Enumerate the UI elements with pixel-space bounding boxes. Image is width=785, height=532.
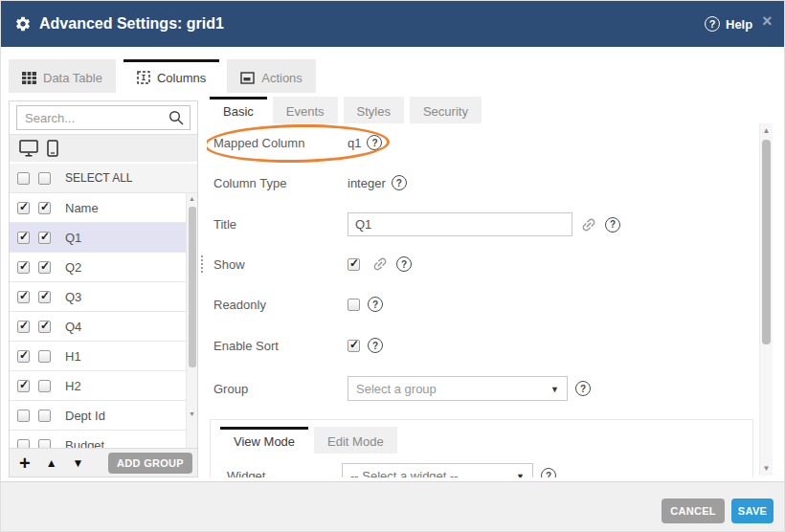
desktop-checkbox[interactable] [17,261,30,274]
tab-events[interactable]: Events [273,97,338,123]
group-select-value: Select a group [356,382,437,396]
mobile-icon[interactable] [47,140,58,157]
list-item-h2[interactable]: H2 [10,371,197,401]
question-icon[interactable]: ? [367,135,382,150]
tab-security[interactable]: Security [410,97,482,123]
scroll-up-icon[interactable]: ▲ [187,195,197,202]
field-label: Enable Sort [213,339,348,353]
question-icon[interactable]: ? [541,468,556,477]
desktop-checkbox[interactable] [17,410,30,422]
scroll-up-icon[interactable]: ▲ [760,126,773,135]
widget-select[interactable]: -- Select a widget -- ▼ [342,463,533,477]
show-checkbox[interactable] [348,258,360,271]
question-icon[interactable]: ? [368,297,383,312]
enable-sort-checkbox[interactable] [348,340,360,352]
field-label: Readonly [213,298,348,312]
desktop-checkbox[interactable] [17,350,30,363]
list-scrollbar[interactable]: ▲ ▼ [186,193,197,450]
select-all-row[interactable]: SELECT ALL [10,164,197,193]
mobile-checkbox[interactable] [38,291,51,303]
device-toggle-row [10,134,197,163]
mobile-checkbox[interactable] [38,410,51,422]
search-input[interactable] [16,105,191,130]
scroll-down-icon[interactable]: ▼ [760,464,773,473]
list-item-q2[interactable]: Q2 [10,253,197,282]
tab-styles[interactable]: Styles [344,97,404,123]
mobile-checkbox[interactable] [38,380,51,392]
scrollbar-thumb[interactable] [189,207,196,367]
select-all-mobile-checkbox[interactable] [38,172,51,185]
desktop-checkbox[interactable] [17,321,30,333]
actions-icon [240,72,255,84]
close-icon[interactable]: × [762,12,773,30]
tab-actions[interactable]: Actions [227,59,316,93]
main-tab-bar: Data Table Columns Actions [9,59,316,93]
mobile-checkbox[interactable] [38,232,51,244]
desktop-checkbox[interactable] [17,202,30,214]
tab-view-mode[interactable]: View Mode [220,427,308,454]
list-item-budget[interactable]: Budget [10,431,197,450]
scroll-down-icon[interactable]: ▼ [187,410,197,417]
desktop-checkbox[interactable] [17,380,30,392]
search-row [10,101,197,134]
gear-icon [14,15,32,33]
group-select[interactable]: Select a group ▼ [348,376,568,401]
tab-label: Events [286,104,325,119]
tab-edit-mode[interactable]: Edit Mode [314,427,397,454]
column-type-field: Column Type integer ? [213,175,407,190]
title-input[interactable] [348,212,572,236]
list-toolbar: + ▲ ▼ ADD GROUP [10,448,197,477]
help-button[interactable]: ? Help [705,16,752,32]
help-icon: ? [705,16,720,32]
move-down-button[interactable]: ▼ [73,456,84,470]
mobile-checkbox[interactable] [38,321,51,333]
columns-list-panel: SELECT ALL Name Q1 Q2 Q3 [9,100,198,477]
panel-scrollbar[interactable]: ▲ ▼ [759,123,773,476]
list-item-q3[interactable]: Q3 [10,282,197,312]
list-item-name[interactable]: Name [10,193,197,223]
mobile-checkbox[interactable] [38,202,51,214]
list-item-q4[interactable]: Q4 [10,312,197,342]
desktop-checkbox[interactable] [17,232,30,244]
show-field: Show ? [213,255,412,273]
field-label: Mapped Column [213,136,348,150]
desktop-icon[interactable] [19,140,38,157]
bind-link-icon[interactable] [368,252,392,276]
add-column-button[interactable]: + [19,454,31,473]
select-all-desktop-checkbox[interactable] [17,172,30,185]
move-up-button[interactable]: ▲ [46,456,57,470]
select-all-label: SELECT ALL [65,171,133,185]
chevron-down-icon: ▼ [516,472,525,477]
mode-section: View Mode Edit Mode Widget -- Select a w… [210,419,753,477]
widget-select-value: -- Select a widget -- [350,469,459,478]
field-label: Column Type [213,176,348,190]
desktop-checkbox[interactable] [17,291,30,303]
mobile-checkbox[interactable] [38,350,51,363]
question-icon[interactable]: ? [368,338,383,353]
readonly-checkbox[interactable] [348,299,360,311]
panel-resize-handle[interactable] [200,255,205,274]
list-item-dept-id[interactable]: Dept Id [10,401,197,431]
tab-label: Actions [261,71,303,85]
mobile-checkbox[interactable] [38,261,51,274]
tab-basic[interactable]: Basic [210,97,267,123]
tab-data-table[interactable]: Data Table [9,59,116,93]
readonly-field: Readonly ? [213,297,383,312]
advanced-settings-dialog: Advanced Settings: grid1 ? Help × Data T… [0,0,785,532]
list-item-q1[interactable]: Q1 [10,223,197,253]
list-item-h1[interactable]: H1 [10,342,197,371]
column-name: Q1 [65,231,81,245]
question-icon[interactable]: ? [392,175,407,190]
add-group-button[interactable]: ADD GROUP [108,453,192,474]
columns-list: Name Q1 Q2 Q3 Q4 [10,193,197,450]
bind-link-icon[interactable] [576,212,600,236]
save-button[interactable]: SAVE [731,499,774,523]
tab-columns[interactable]: Columns [123,59,219,93]
cancel-button[interactable]: CANCEL [662,499,725,523]
question-icon[interactable]: ? [396,256,412,272]
scrollbar-thumb[interactable] [762,140,771,344]
tab-label: Data Table [43,71,102,85]
widget-field: Widget -- Select a widget -- ▼ ? [227,463,556,477]
question-icon[interactable]: ? [575,381,591,396]
question-icon[interactable]: ? [605,217,620,233]
